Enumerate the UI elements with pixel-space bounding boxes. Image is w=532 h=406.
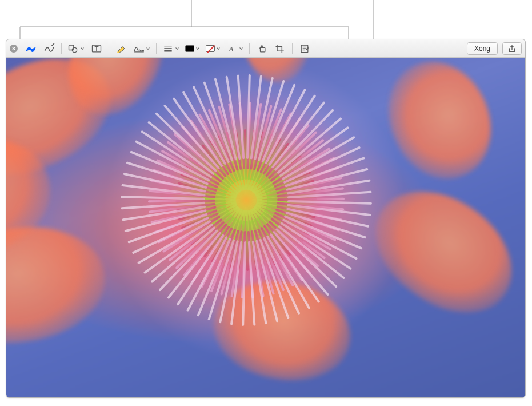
line-weight-icon (162, 43, 174, 54)
crop-tool[interactable] (271, 42, 289, 55)
font-style-tool[interactable]: A (224, 42, 246, 55)
crop-icon (274, 43, 286, 54)
draw-tool[interactable] (41, 42, 58, 55)
fill-color-tool[interactable] (183, 42, 202, 55)
highlighter-icon (115, 43, 127, 54)
line-style-tool[interactable] (160, 42, 182, 55)
notepad-icon (299, 43, 310, 54)
separator (292, 43, 293, 54)
highlight-tool[interactable] (113, 42, 130, 55)
sign-tool[interactable] (131, 42, 153, 55)
font-icon: A (226, 43, 238, 54)
separator (109, 43, 109, 54)
chevron-down-icon (175, 46, 179, 51)
separator (61, 43, 62, 54)
svg-rect-15 (261, 47, 265, 52)
image-description-tool[interactable] (296, 42, 313, 55)
sketch-icon (25, 43, 37, 54)
draw-icon (43, 43, 55, 54)
text-box-icon (91, 43, 102, 54)
chevron-down-icon (239, 46, 243, 51)
sketch-tool[interactable] (22, 42, 39, 55)
separator (156, 43, 157, 54)
close-button[interactable] (10, 45, 18, 53)
signature-icon (133, 43, 145, 54)
done-button-label: Xong (474, 45, 490, 53)
image-canvas[interactable] (6, 58, 525, 397)
shapes-tool[interactable] (65, 42, 87, 55)
share-button[interactable] (502, 42, 522, 55)
rotate-icon (256, 43, 267, 54)
preview-window: A (6, 39, 526, 398)
done-button[interactable]: Xong (467, 42, 498, 55)
chevron-down-icon (216, 46, 221, 51)
markup-toolbar: A (6, 39, 525, 58)
svg-rect-7 (69, 45, 74, 50)
rotate-tool[interactable] (253, 42, 270, 55)
fill-color-swatch-icon (185, 45, 194, 52)
stroke-color-swatch-icon (206, 45, 215, 52)
flower-center (245, 200, 246, 201)
stroke-color-tool[interactable] (203, 42, 223, 55)
chevron-down-icon (80, 46, 85, 51)
shapes-icon (67, 43, 79, 54)
chevron-down-icon (146, 46, 150, 51)
share-icon (508, 45, 516, 53)
annotation-callouts (0, 0, 532, 39)
close-icon (11, 46, 16, 51)
svg-text:A: A (228, 45, 234, 53)
chevron-down-icon (195, 46, 200, 51)
text-tool[interactable] (88, 42, 105, 55)
separator (249, 43, 250, 54)
